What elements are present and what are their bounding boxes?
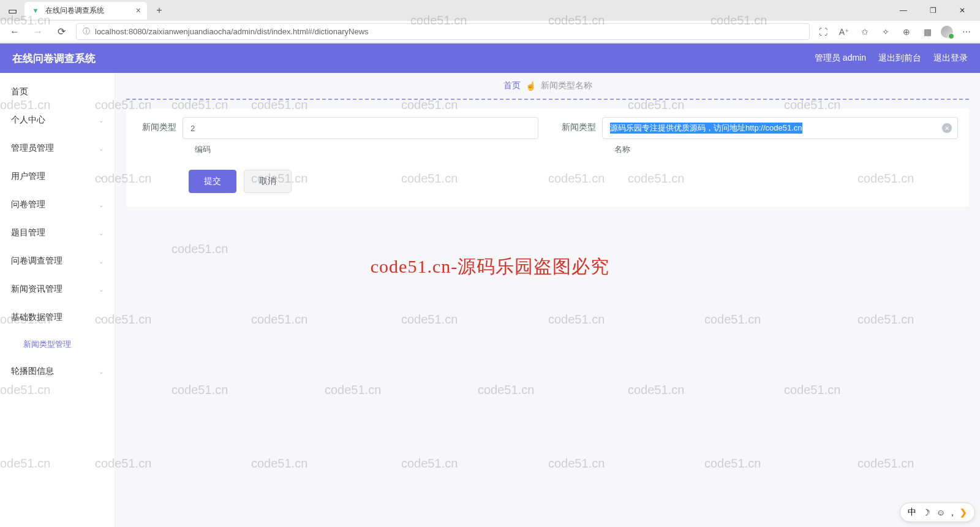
sidebar: 首页 个人中心⌄ 管理员管理⌄ 用户管理⌄ 问卷管理⌄ 题目管理⌄ 问卷调查管理… [0, 73, 115, 527]
chevron-down-icon: ⌄ [99, 117, 104, 124]
collections-icon[interactable]: ⊕ [899, 25, 914, 39]
extensions-icon[interactable]: ▦ [920, 25, 935, 39]
back-button[interactable]: ← [6, 23, 23, 40]
chevron-down-icon: ⌄ [99, 314, 104, 321]
url-input[interactable]: ⓘ localhost:8080/zaixianwenjuandiaocha/a… [76, 23, 810, 40]
sidebar-item-home[interactable]: 首页 [0, 78, 115, 106]
chevron-down-icon: ⌄ [99, 173, 104, 180]
address-bar: ← → ⟳ ⓘ localhost:8080/zaixianwenjuandia… [0, 21, 980, 43]
browser-tab[interactable]: ▼ 在线问卷调查系统 × [24, 2, 147, 20]
sidebar-item-label: 问卷管理 [11, 199, 45, 210]
sidebar-subitem-news-type[interactable]: 新闻类型管理 [0, 332, 115, 357]
read-aloud-icon[interactable]: A⁺ [837, 25, 851, 39]
chevron-down-icon: ⌄ [99, 258, 104, 265]
close-window-button[interactable]: ✕ [948, 1, 976, 20]
url-text: localhost:8080/zaixianwenjuandiaocha/adm… [95, 27, 369, 36]
sidebar-item-admin[interactable]: 管理员管理⌄ [0, 134, 115, 162]
maximize-button[interactable]: ❐ [919, 1, 947, 20]
sidebar-item-label: 新闻资讯管理 [11, 284, 62, 295]
chevron-down-icon: ⌄ [99, 202, 104, 208]
tab-overview-button[interactable]: ▭ [4, 2, 21, 19]
chevron-down-icon: ⌄ [99, 230, 104, 237]
forward-button: → [29, 23, 47, 40]
hand-icon: ☝ [526, 81, 536, 91]
window-controls: — ❐ ✕ [889, 1, 976, 20]
clear-icon[interactable]: ✕ [942, 123, 952, 133]
user-label[interactable]: 管理员 admin [815, 53, 866, 64]
sidebar-item-basedata[interactable]: 基础数据管理⌄ [0, 303, 115, 332]
field-label-name: 新闻类型 [557, 117, 596, 133]
sidebar-item-label: 问卷调查管理 [11, 256, 62, 267]
main-content: 首页 ☝ 新闻类型名称 新闻类型 编码 新闻类型 [115, 73, 980, 527]
cancel-button[interactable]: 取消 [244, 170, 292, 193]
favicon-icon: ▼ [31, 6, 40, 15]
chevron-down-icon: ⌄ [99, 286, 104, 293]
smile-icon[interactable]: ☺ [937, 507, 945, 517]
submit-button[interactable]: 提交 [189, 170, 236, 193]
ime-lang[interactable]: 中 [908, 507, 916, 518]
favorites-bar-icon[interactable]: ✧ [878, 25, 893, 39]
favorite-icon[interactable]: ✩ [858, 25, 872, 39]
field-sublabel-code: 编码 [183, 139, 538, 155]
sidebar-item-news[interactable]: 新闻资讯管理⌄ [0, 275, 115, 303]
profile-avatar-icon[interactable] [941, 26, 953, 38]
code-input[interactable] [183, 117, 538, 139]
sidebar-item-label: 轮播图信息 [11, 366, 54, 377]
app-body: 首页 个人中心⌄ 管理员管理⌄ 用户管理⌄ 问卷管理⌄ 题目管理⌄ 问卷调查管理… [0, 73, 980, 527]
breadcrumb: 首页 ☝ 新闻类型名称 [115, 73, 980, 96]
field-label-code: 新闻类型 [137, 117, 176, 133]
tab-title: 在线问卷调查系统 [45, 6, 104, 16]
comma-icon[interactable]: , [951, 507, 954, 517]
form-panel: 新闻类型 编码 新闻类型 源码乐园专注提供优质源码，访问地址 [126, 108, 969, 207]
field-sublabel-name: 名称 [602, 139, 958, 155]
new-tab-button[interactable]: + [151, 2, 168, 19]
sidebar-item-label: 管理员管理 [11, 143, 54, 154]
name-input[interactable]: 源码乐园专注提供优质源码，访问地址http://code51.cn [602, 117, 958, 139]
breadcrumb-current: 新闻类型名称 [541, 80, 592, 91]
tab-close-icon[interactable]: × [136, 6, 141, 15]
sidebar-item-carousel[interactable]: 轮播图信息⌄ [0, 357, 115, 385]
sidebar-item-label: 首页 [11, 86, 28, 97]
logout-link[interactable]: 退出登录 [933, 53, 968, 64]
arrow-right-icon[interactable]: ❯ [960, 507, 967, 517]
name-input-value: 源码乐园专注提供优质源码，访问地址http://code51.cn [610, 123, 802, 134]
app-title: 在线问卷调查系统 [12, 51, 96, 66]
sidebar-item-users[interactable]: 用户管理⌄ [0, 162, 115, 191]
toolbar-icons: ⛶ A⁺ ✩ ✧ ⊕ ▦ ⋯ [816, 25, 974, 39]
breadcrumb-home[interactable]: 首页 [503, 80, 521, 91]
reload-button[interactable]: ⟳ [53, 23, 70, 40]
app-header: 在线问卷调查系统 管理员 admin 退出到前台 退出登录 [0, 44, 980, 73]
chevron-down-icon: ⌄ [99, 368, 104, 375]
minimize-button[interactable]: — [889, 1, 918, 20]
sidebar-item-survey-investigate[interactable]: 问卷调查管理⌄ [0, 247, 115, 275]
sidebar-item-label: 基础数据管理 [11, 312, 62, 323]
chevron-down-icon: ⌄ [99, 145, 104, 152]
sidebar-item-question[interactable]: 题目管理⌄ [0, 219, 115, 247]
exit-front-link[interactable]: 退出到前台 [878, 53, 921, 64]
sidebar-item-personal[interactable]: 个人中心⌄ [0, 106, 115, 134]
dashed-separator [126, 99, 969, 100]
sidebar-item-label: 个人中心 [11, 115, 45, 126]
sidebar-item-label: 题目管理 [11, 227, 45, 238]
more-icon[interactable]: ⋯ [959, 25, 974, 39]
tab-bar: ▭ ▼ 在线问卷调查系统 × + — ❐ ✕ [0, 0, 980, 21]
site-info-icon[interactable]: ⓘ [83, 26, 90, 37]
shopping-icon[interactable]: ⛶ [816, 25, 831, 39]
moon-icon[interactable]: ☽ [922, 507, 930, 517]
sidebar-item-label: 用户管理 [11, 171, 45, 182]
sidebar-item-survey[interactable]: 问卷管理⌄ [0, 191, 115, 219]
ime-toolbar[interactable]: 中 ☽ ☺ , ❯ [900, 502, 975, 522]
browser-chrome: ▭ ▼ 在线问卷调查系统 × + — ❐ ✕ ← → ⟳ ⓘ localhost… [0, 0, 980, 44]
